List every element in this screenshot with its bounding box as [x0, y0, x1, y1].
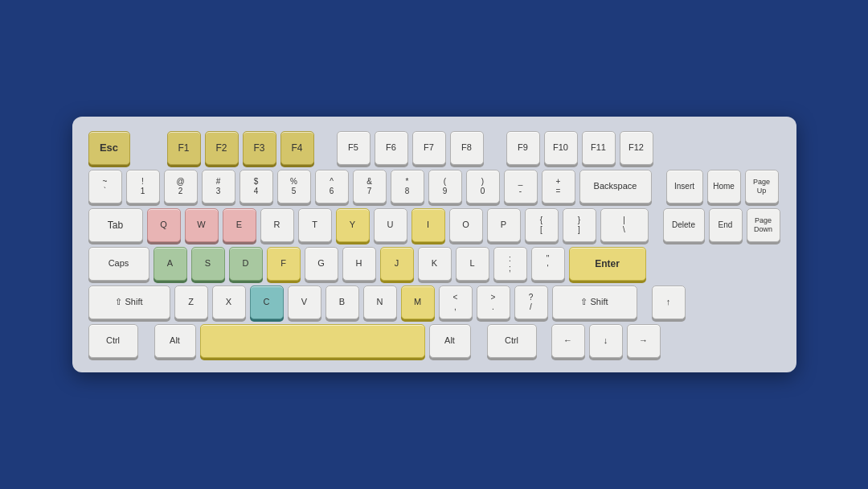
key-ctrl-right[interactable]: Ctrl [487, 324, 537, 358]
key-backspace[interactable]: Backspace [579, 170, 652, 203]
key-f3[interactable]: F3 [243, 131, 276, 165]
key-4[interactable]: $4 [240, 170, 273, 203]
key-slash[interactable]: ?/ [514, 286, 548, 319]
key-u[interactable]: U [374, 208, 407, 242]
key-8[interactable]: *8 [391, 170, 424, 203]
key-rbracket[interactable]: }] [563, 208, 596, 242]
row-function: Esc F1 F2 F3 F4 F5 F6 F7 F8 F9 F10 F11 F… [88, 131, 780, 165]
key-f9[interactable]: F9 [506, 131, 540, 165]
key-f4[interactable]: F4 [280, 131, 314, 165]
key-d[interactable]: D [229, 247, 263, 281]
key-9[interactable]: (9 [428, 170, 462, 203]
key-j[interactable]: J [380, 247, 414, 281]
key-f12[interactable]: F12 [620, 131, 653, 165]
key-7[interactable]: &7 [353, 170, 387, 203]
key-b[interactable]: B [326, 286, 359, 319]
key-o[interactable]: O [449, 208, 483, 242]
row-numbers: ~` !1 @2 #3 $4 %5 ^6 &7 *8 (9 )0 _- += B… [88, 170, 780, 203]
key-z[interactable]: Z [174, 286, 208, 319]
key-f7[interactable]: F7 [412, 131, 446, 165]
key-semicolon[interactable]: :; [493, 247, 527, 281]
key-m[interactable]: M [401, 286, 435, 319]
key-right[interactable]: → [627, 324, 661, 358]
key-esc[interactable]: Esc [88, 131, 130, 165]
key-x[interactable]: X [212, 286, 246, 319]
key-end[interactable]: End [709, 208, 743, 242]
key-shift-left[interactable]: ⇧ Shift [88, 286, 170, 319]
key-5[interactable]: %5 [277, 170, 311, 203]
key-f6[interactable]: F6 [375, 131, 408, 165]
key-f5[interactable]: F5 [337, 131, 371, 165]
row-bottom: Ctrl Alt Alt Ctrl ← ↓ → [88, 324, 780, 358]
key-delete[interactable]: Delete [663, 208, 705, 242]
key-left[interactable]: ← [551, 324, 585, 358]
key-v[interactable]: V [288, 286, 321, 319]
key-down[interactable]: ↓ [589, 324, 623, 358]
key-y[interactable]: Y [336, 208, 370, 242]
key-tab[interactable]: Tab [88, 208, 143, 242]
key-lbracket[interactable]: {[ [525, 208, 559, 242]
key-l[interactable]: L [456, 247, 489, 281]
row-asdf: Caps A S D F G H J K L :; "' Enter [88, 247, 780, 281]
key-home[interactable]: Home [707, 170, 741, 203]
key-f8[interactable]: F8 [450, 131, 484, 165]
key-a[interactable]: A [154, 247, 187, 281]
key-f11[interactable]: F11 [582, 131, 616, 165]
key-r[interactable]: R [260, 208, 294, 242]
key-backslash[interactable]: |\ [600, 208, 649, 242]
key-f2[interactable]: F2 [205, 131, 239, 165]
key-p[interactable]: P [487, 208, 521, 242]
key-caps[interactable]: Caps [88, 247, 149, 281]
key-space[interactable] [200, 324, 425, 358]
row-zxcv: ⇧ Shift Z X C V B N M <, >. ?/ ⇧ Shift ↑ [88, 286, 780, 319]
key-c[interactable]: C [250, 286, 284, 319]
key-1[interactable]: !1 [126, 170, 160, 203]
key-w[interactable]: W [185, 208, 219, 242]
key-3[interactable]: #3 [202, 170, 235, 203]
key-quote[interactable]: "' [531, 247, 565, 281]
key-0[interactable]: )0 [466, 170, 500, 203]
key-k[interactable]: K [418, 247, 452, 281]
key-f[interactable]: F [267, 247, 301, 281]
key-period[interactable]: >. [477, 286, 510, 319]
key-enter[interactable]: Enter [569, 247, 646, 281]
key-ctrl-left[interactable]: Ctrl [88, 324, 138, 358]
key-comma[interactable]: <, [439, 286, 473, 319]
keyboard: Esc F1 F2 F3 F4 F5 F6 F7 F8 F9 F10 F11 F… [72, 117, 796, 372]
key-h[interactable]: H [342, 247, 376, 281]
key-e[interactable]: E [223, 208, 256, 242]
key-f10[interactable]: F10 [544, 131, 578, 165]
key-insert[interactable]: Insert [666, 170, 703, 203]
key-tilde[interactable]: ~` [88, 170, 122, 203]
key-pagedown[interactable]: PageDown [747, 208, 780, 242]
key-2[interactable]: @2 [164, 170, 198, 203]
key-equal[interactable]: += [542, 170, 575, 203]
key-alt-left[interactable]: Alt [154, 324, 196, 358]
key-t[interactable]: T [298, 208, 332, 242]
key-up[interactable]: ↑ [652, 286, 686, 319]
row-qwerty: Tab Q W E R T Y U I O P {[ }] |\ Delete … [88, 208, 780, 242]
key-i[interactable]: I [411, 208, 445, 242]
key-minus[interactable]: _- [504, 170, 538, 203]
key-g[interactable]: G [305, 247, 338, 281]
key-alt-right[interactable]: Alt [429, 324, 471, 358]
key-n[interactable]: N [363, 286, 397, 319]
key-q[interactable]: Q [147, 208, 181, 242]
key-s[interactable]: S [191, 247, 225, 281]
key-f1[interactable]: F1 [167, 131, 201, 165]
key-pageup[interactable]: PageUp [745, 170, 779, 203]
key-6[interactable]: ^6 [315, 170, 349, 203]
key-shift-right[interactable]: ⇧ Shift [552, 286, 637, 319]
